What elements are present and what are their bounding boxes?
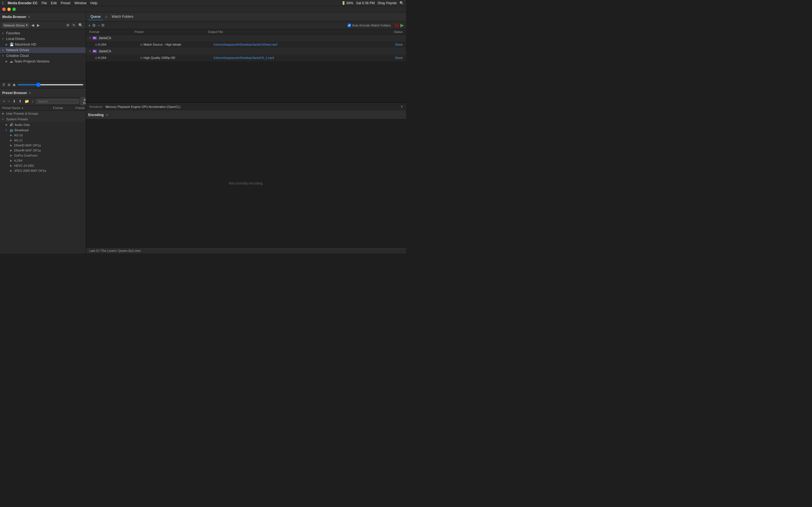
encoding-header: Encoding ≡: [86, 110, 406, 119]
q-output-2[interactable]: /Users/shaypeyote/Desktop/JanisCA_1.mp4: [213, 56, 380, 59]
renderer-label: Renderer:: [89, 105, 103, 108]
apple-icon[interactable]: : [2, 1, 4, 5]
preset-label-dnxhr: DNxHR MXF OP1a: [14, 149, 41, 152]
encoding-menu-icon[interactable]: ≡: [106, 113, 108, 117]
view-controls: ☰ ⊞ ◉: [0, 81, 86, 88]
q-output-1[interactable]: /Users/shaypeyote/Desktop/JanisCA2test.m…: [213, 43, 380, 46]
preset-list[interactable]: ▶ User Presets & Groups ▾ System Presets…: [0, 111, 86, 253]
col-format-header: Format: [89, 30, 135, 34]
queue-item-name-1: JanisCA: [99, 36, 111, 40]
media-browser-menu-icon[interactable]: ≡: [28, 15, 30, 19]
preset-item-jpeg2000[interactable]: ▶ JPEG 2000 MXF OP1a: [0, 168, 86, 173]
preset-item-as10[interactable]: ▶ AS-10: [0, 133, 86, 138]
preset-icon: ⊟: [140, 56, 142, 59]
auto-encode-checkbox[interactable]: [348, 24, 351, 27]
maximize-button[interactable]: [12, 8, 16, 11]
user-presets-section[interactable]: ▶ User Presets & Groups: [0, 111, 86, 116]
media-browser-panel: Media Browser ≡ Network Drives ▾ ◀ ▶ ⚙ ↻…: [0, 12, 86, 89]
queue-section: Queue ≡ Watch Folders + ⚙ − ⧉ Auto-Encod…: [86, 12, 406, 103]
search-icon[interactable]: 🔍: [400, 1, 404, 5]
cloud-icon: ☁: [10, 59, 13, 63]
add-preset-btn[interactable]: +: [2, 99, 6, 103]
renderer-value: Mercury Playback Engine GPU Acceleration…: [105, 105, 399, 108]
chevron-icon: ▶: [6, 60, 8, 63]
preset-item-dnxhr[interactable]: ▶ DNxHR MXF OP1a: [0, 148, 86, 153]
stop-button[interactable]: [395, 23, 399, 27]
remove-queue-btn[interactable]: −: [98, 23, 100, 27]
menu-file[interactable]: File: [42, 1, 47, 5]
chevron-icon: ▶: [2, 112, 5, 115]
back-button[interactable]: ◀: [31, 23, 35, 27]
tab-watch-folders[interactable]: Watch Folders: [109, 13, 136, 20]
search-browser-icon[interactable]: 🔍: [78, 23, 84, 27]
queue-table-header: Format Preset Output File Status: [86, 29, 406, 35]
menu-edit[interactable]: Edit: [51, 1, 57, 5]
preset-group-broadcast[interactable]: ▾ 📺 Broadcast: [0, 127, 86, 133]
macintosh-hd-label: Macintosh HD: [15, 43, 84, 47]
audio-icon: 🔊: [10, 123, 13, 126]
col-status-header: Status: [380, 30, 403, 34]
refresh-icon[interactable]: ↻: [72, 23, 76, 27]
zoom-slider[interactable]: [18, 84, 84, 86]
chevron-icon: ▾: [6, 129, 8, 131]
audio-only-label: Audio Only: [15, 123, 30, 126]
queue-menu-icon[interactable]: ≡: [105, 15, 107, 19]
group-preset-btn[interactable]: 📁: [24, 99, 30, 103]
system-presets-section[interactable]: ▾ System Presets: [0, 116, 86, 122]
icon-view-btn[interactable]: ◉: [13, 83, 15, 87]
export-preset-btn[interactable]: ⬆: [18, 99, 22, 103]
menu-preset[interactable]: Preset: [61, 1, 70, 5]
duplicate-queue-btn[interactable]: ⧉: [101, 23, 104, 27]
tab-queue[interactable]: Queue: [88, 13, 103, 20]
preset-label-h264: H.264: [14, 159, 22, 162]
local-drives-label: Local Drives: [6, 37, 84, 41]
preset-item-gopro[interactable]: ▶ GoPro CineForm: [0, 153, 86, 158]
play-button[interactable]: ▶: [400, 22, 404, 28]
preset-menu-icon[interactable]: ≡: [29, 91, 31, 95]
add-queue-btn[interactable]: +: [88, 23, 91, 27]
file-tree[interactable]: ▾ Favorites ▾ Local Drives ▶ 💾 Macintosh…: [0, 29, 86, 81]
queue-item-name-2: JanisCA: [99, 49, 111, 53]
settings-queue-btn[interactable]: ⚙: [92, 23, 96, 27]
tree-network-drives[interactable]: ▾ Network Drives: [0, 47, 86, 53]
queue-body[interactable]: ▾ Pr JanisCA ⊟ H.264 ⊟ Match Source - Hi…: [86, 35, 406, 102]
menu-window[interactable]: Window: [74, 1, 87, 5]
list-view-btn[interactable]: ☰: [2, 83, 5, 87]
tree-creative-cloud[interactable]: ▾ Creative Cloud: [0, 53, 86, 59]
preset-item-dnxhd[interactable]: ▶ DNxHD MXF OP1a: [0, 143, 86, 148]
sort-preset-btn[interactable]: ↕: [31, 99, 35, 103]
remove-preset-btn[interactable]: −: [7, 99, 11, 103]
import-preset-btn[interactable]: ⬇: [12, 99, 16, 103]
preset-group-audio-only[interactable]: ▶ 🔊 Audio Only: [0, 122, 86, 127]
system-presets-label: System Presets: [6, 117, 28, 121]
minimize-button[interactable]: [7, 8, 11, 11]
q-preset-1: ⊟ Match Source - High bitrate: [140, 43, 213, 46]
queue-item-header-1[interactable]: ▾ Pr JanisCA: [86, 35, 406, 41]
preset-item-as11[interactable]: ▶ AS-11: [0, 138, 86, 143]
queue-sub-item-2: ⊟ H.264 ⊟ High Quality 1080p HD /Users/s…: [86, 55, 406, 61]
queue-item-header-2[interactable]: ▾ Pr JanisCA: [86, 48, 406, 55]
filter-icon[interactable]: ⚙: [66, 23, 70, 27]
tree-favorites[interactable]: ▾ Favorites: [0, 31, 86, 36]
creative-cloud-label: Creative Cloud: [6, 54, 84, 58]
menu-help[interactable]: Help: [91, 1, 98, 5]
grid-view-btn[interactable]: ⊞: [8, 83, 10, 87]
preset-item-h264[interactable]: ▶ H.264: [0, 158, 86, 163]
auto-encode-label: Auto-Encode Watch Folders: [348, 24, 391, 27]
q-status-2: Done: [380, 56, 403, 59]
drives-dropdown[interactable]: Network Drives ▾: [2, 23, 29, 27]
preset-item-hevc[interactable]: ▶ HEVC (H.265): [0, 163, 86, 168]
tree-local-drives[interactable]: ▾ Local Drives: [0, 36, 86, 42]
chevron-icon: ▶: [10, 159, 13, 162]
close-button[interactable]: [2, 8, 6, 11]
chevron-icon: ▾: [2, 49, 5, 52]
renderer-arrow-icon[interactable]: ▾: [401, 105, 403, 108]
preset-label-hevc: HEVC (H.265): [14, 164, 34, 167]
tree-team-projects[interactable]: ▶ ☁ Team Projects Versions: [0, 59, 86, 64]
q-status-1: Done: [380, 43, 403, 46]
forward-button[interactable]: ▶: [36, 23, 40, 27]
titlebar: [0, 6, 406, 12]
preset-search-input[interactable]: [36, 99, 79, 104]
tree-macintosh-hd[interactable]: ▶ 💾 Macintosh HD: [0, 42, 86, 47]
apply-preset-button[interactable]: Apply Preset: [81, 97, 86, 106]
